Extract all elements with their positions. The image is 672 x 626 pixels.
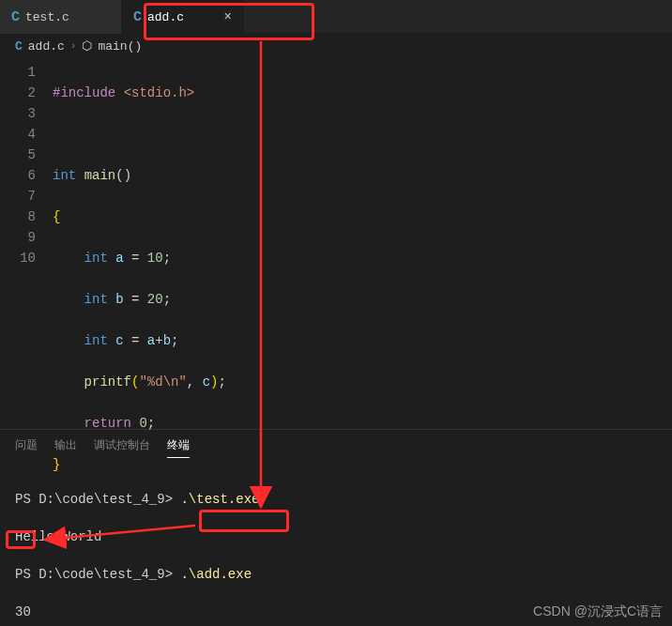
terminal-output: Hello World [15,527,657,546]
tab-add-c[interactable]: C add.c × [122,0,244,34]
breadcrumb-file: add.c [28,39,65,53]
tab-label: test.c [25,10,69,24]
tab-debug-console[interactable]: 调试控制台 [94,437,150,458]
c-file-icon: C [11,9,20,25]
terminal-prompt: PS D:\code\test_4_9> [15,492,180,507]
code-editor[interactable]: 1 2 3 4 5 6 7 8 9 10 #include <stdio.h> … [0,58,672,429]
close-icon[interactable]: × [224,9,232,24]
tab-test-c[interactable]: C test.c [0,0,122,34]
c-file-icon: C [15,39,23,53]
code-content[interactable]: #include <stdio.h> int main() { int a = … [53,62,672,429]
watermark: CSDN @沉浸式C语言 [533,603,663,620]
terminal-command: .\test.exe [180,492,259,507]
tab-terminal[interactable]: 终端 [167,437,190,458]
breadcrumb[interactable]: C add.c › ⬡ main() [0,34,672,58]
terminal-command: .\add.exe [180,567,252,582]
line-gutter: 1 2 3 4 5 6 7 8 9 10 [0,62,53,429]
c-file-icon: C [133,9,142,25]
editor-tabs: C test.c C add.c × [0,0,672,34]
chevron-right-icon: › [70,40,77,52]
symbol-icon: ⬡ [82,38,92,53]
tab-label: add.c [147,10,184,24]
terminal-prompt: PS D:\code\test_4_9> [15,567,180,582]
tab-problems[interactable]: 问题 [15,437,38,458]
tab-output[interactable]: 输出 [54,437,77,458]
breadcrumb-symbol: main() [98,39,142,53]
